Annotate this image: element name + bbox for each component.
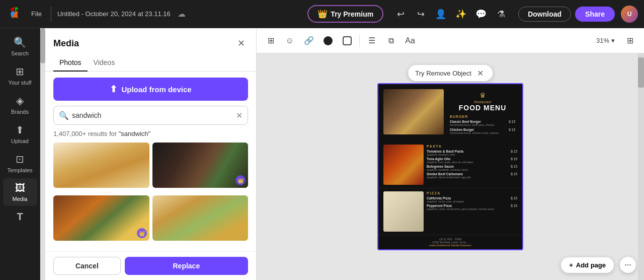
crop-tool-button[interactable]: ⊞ [263, 33, 279, 49]
sidebar-item-your-stuff[interactable]: ⊞ Your stuff [3, 61, 37, 90]
rice-image [383, 191, 424, 232]
share-button[interactable]: Share [575, 7, 615, 22]
color-button[interactable] [320, 33, 336, 49]
tab-photos[interactable]: Photos [53, 54, 88, 72]
list-item[interactable]: 👑 [53, 195, 149, 241]
toolbar-divider [359, 35, 360, 47]
pizza1-name: California Pizza [427, 196, 464, 200]
pasta1-desc: spaghetti, tomatoes, basil [427, 153, 463, 156]
frame-button[interactable] [339, 33, 355, 49]
sidebar-item-search-label: Search [11, 50, 29, 56]
collaborators-button[interactable]: 👤 [432, 5, 450, 23]
media-icon: 🖼 [15, 182, 25, 194]
menu-top: ♛ Restaurant FOOD MENU BURGER Classic Be… [378, 84, 522, 142]
design-card[interactable]: ♛ Restaurant FOOD MENU BURGER Classic Be… [377, 83, 523, 250]
pasta3-price: $ 15 [511, 165, 517, 171]
pizza-items: PIZZA California Pizza spaghetti, ricott… [427, 191, 517, 232]
media-panel-close-button[interactable]: ✕ [234, 36, 248, 50]
search-bar-icon: 🔍 [59, 111, 69, 120]
cancel-button[interactable]: Cancel [53, 257, 121, 275]
media-footer: Cancel Replace [45, 251, 256, 280]
more-options-button[interactable]: ··· [620, 257, 636, 273]
panel-scroll-thumb [40, 28, 45, 63]
pasta4-desc: spaghetti, sliced smoked beef, egg yolk [427, 176, 470, 179]
canva-logo[interactable] [6, 5, 24, 23]
menu-footer: (311) 555 · 2368 1556 Buckley Lane, Kore… [378, 235, 522, 249]
pizza2-name: Pepperoni Pizza [427, 204, 494, 207]
remove-object-label: Try Remove Object [415, 69, 471, 77]
user-avatar[interactable]: U [621, 6, 638, 23]
canvas-content[interactable]: Try Remove Object ✕ ♛ Restaurant FOOD ME… [257, 53, 644, 280]
download-button[interactable]: Download [518, 7, 571, 22]
sidebar-item-upload[interactable]: ⬆ Upload [3, 120, 37, 148]
sidebar-item-brands[interactable]: ◈ Brands [3, 91, 37, 119]
item1-price: $ 15 [509, 120, 515, 126]
comments-button[interactable]: 💬 [472, 5, 490, 23]
sidebar-item-media[interactable]: 🖼 Media [3, 178, 37, 206]
duplicate-button[interactable]: ⧉ [383, 33, 399, 49]
sidebar-item-templates[interactable]: ⊡ Templates [3, 149, 37, 177]
list-item[interactable] [152, 195, 249, 241]
media-body: ⬆ Upload from device 🔍 ✕ 1,407,000+ resu… [45, 72, 256, 251]
list-item[interactable]: 👑 [152, 143, 249, 188]
remove-object-close-button[interactable]: ✕ [475, 68, 486, 78]
add-page-button[interactable]: + Add page [561, 257, 614, 273]
sidebar-item-media-label: Media [13, 196, 28, 202]
search-bar: 🔍 ✕ [53, 106, 248, 125]
menu-restaurant-label: Restaurant [450, 100, 515, 104]
pasta-image [383, 145, 424, 185]
crown-icon: 👑 [317, 9, 328, 19]
pasta2-desc: spaghetti, tuna, garlic, olive oil, chil… [427, 161, 473, 164]
pizza-section-title: PIZZA [427, 191, 517, 195]
results-count: 1,407,000+ results for [53, 130, 117, 137]
pasta4-name: Smoke Beef Carbonara [427, 172, 470, 176]
list-item[interactable] [53, 143, 149, 188]
file-menu-button[interactable]: File [28, 8, 45, 20]
topbar-action-icons: ↩ ↪ 👤 ✨ 💬 ⚗ [391, 5, 510, 23]
link-button[interactable]: 🔗 [301, 33, 317, 49]
pasta1-price: $ 15 [511, 150, 517, 156]
pasta3-name: Bolognese Sauce [427, 165, 468, 168]
left-rail: 🔍 Search ⊞ Your stuff ◈ Brands ⬆ Upload … [0, 28, 40, 280]
redo-button[interactable]: ↪ [412, 5, 430, 23]
sidebar-item-upload-label: Upload [11, 138, 29, 144]
magic-button[interactable]: ✨ [452, 5, 470, 23]
plus-icon: + [569, 261, 573, 269]
text-icon: T [17, 211, 23, 223]
tab-videos[interactable]: Videos [88, 54, 121, 72]
upload-from-device-button[interactable]: ⬆ Upload from device [53, 78, 248, 101]
translate-button[interactable]: Aa [402, 33, 418, 49]
sidebar-item-search[interactable]: 🔍 Search [3, 32, 37, 60]
text-align-button[interactable]: ☰ [364, 33, 380, 49]
panel-scroll-track[interactable] [40, 28, 45, 280]
item1-desc: homemade buns, beef patty, cheese [450, 123, 495, 126]
canvas-scrollbar-thumb [638, 57, 644, 88]
media-panel-header: Media ✕ [45, 28, 256, 54]
burger-image [383, 89, 444, 134]
replace-button[interactable]: Replace [125, 257, 248, 275]
sidebar-item-brands-label: Brands [11, 109, 29, 115]
document-title: Untitled - October 20, 2024 at 23.11.16 [57, 10, 171, 18]
pasta2-price: $ 15 [511, 157, 517, 164]
undo-button[interactable]: ↩ [391, 5, 410, 23]
pasta3-desc: spaghetti, meatballs, tomatoes sauce [427, 168, 468, 171]
pizza2-desc: pepperoni, onion, mushrooms, green peppe… [427, 207, 494, 211]
brands-icon: ◈ [16, 95, 24, 107]
item1-name: Classic Beef Burger [450, 120, 495, 123]
zoom-level-label: 31% [596, 37, 609, 44]
topbar-divider [51, 7, 51, 22]
effects-button[interactable]: ☺ [282, 33, 298, 49]
search-clear-button[interactable]: ✕ [236, 111, 243, 120]
fit-to-screen-button[interactable]: ⊞ [622, 33, 638, 49]
try-premium-button[interactable]: 👑 Try Premium [307, 5, 383, 23]
search-input[interactable] [72, 111, 233, 119]
menu-title: FOOD MENU [450, 104, 515, 112]
zoom-control[interactable]: 31% ▾ [592, 35, 619, 46]
item2-desc: homemade buns, chicken meat, cheese [450, 131, 499, 134]
canvas-scrollbar-track[interactable] [638, 53, 644, 280]
media-panel: Media ✕ Photos Videos ⬆ Upload from devi… [45, 28, 257, 280]
sidebar-item-text[interactable]: T [3, 207, 37, 227]
media-panel-title: Media [53, 38, 79, 49]
item2-price: $ 15 [509, 128, 515, 134]
apps-button[interactable]: ⚗ [492, 5, 510, 23]
